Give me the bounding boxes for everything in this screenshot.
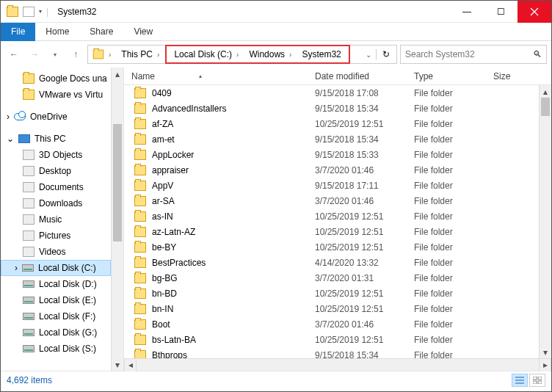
col-name[interactable]: Name	[131, 71, 155, 81]
col-date[interactable]: Date modified	[308, 71, 407, 81]
table-row[interactable]: bn-IN 10/25/2019 12:51 File folder	[124, 301, 539, 316]
tab-view[interactable]: View	[123, 23, 163, 40]
search-icon: 🔍︎	[533, 49, 542, 59]
table-row[interactable]: AdvancedInstallers 9/15/2018 15:34 File …	[124, 101, 539, 116]
svg-rect-0	[533, 377, 537, 380]
folder-icon	[134, 88, 146, 98]
table-row[interactable]: AppLocker 9/15/2018 15:33 File folder	[124, 147, 539, 162]
onedrive-icon	[14, 113, 26, 120]
col-type[interactable]: Type	[407, 71, 486, 81]
view-details-button[interactable]	[512, 374, 528, 387]
folder-icon	[134, 273, 146, 283]
folder-icon	[134, 134, 146, 145]
tree-pc-item[interactable]: Local Disk (D:)	[1, 276, 111, 292]
recent-dropdown[interactable]: ▾	[46, 46, 64, 63]
table-row[interactable]: ar-SA 3/7/2020 01:46 File folder	[124, 193, 539, 208]
table-row[interactable]: be-BY 10/25/2019 12:51 File folder	[124, 239, 539, 255]
forward-button[interactable]: →	[26, 46, 43, 63]
table-row[interactable]: bs-Latn-BA 10/25/2019 12:51 File folder	[124, 332, 539, 347]
back-button[interactable]: ←	[5, 46, 23, 63]
qat-dropdown-icon[interactable]: ▾	[39, 8, 42, 15]
nav-tree: Google Docs unaVMware vs Virtu›OneDrive⌄…	[1, 68, 124, 371]
folder-icon	[93, 50, 104, 59]
tree-pc-item[interactable]: Local Disk (E:)	[1, 292, 111, 308]
tree-pc-item[interactable]: Documents	[1, 179, 111, 195]
close-button[interactable]	[518, 1, 551, 23]
view-icons-button[interactable]	[529, 374, 545, 387]
tab-home[interactable]: Home	[35, 23, 79, 40]
table-row[interactable]: AppV 9/15/2018 17:11 File folder	[124, 178, 539, 193]
folder-icon	[134, 181, 146, 191]
table-row[interactable]: Boot 3/7/2020 01:46 File folder	[124, 316, 539, 332]
tree-pc-item[interactable]: Music	[1, 211, 111, 228]
column-headers[interactable]: Name▴ Date modified Type Size	[124, 68, 551, 85]
folder-icon	[23, 90, 34, 100]
table-row[interactable]: bn-BD 10/25/2019 12:51 File folder	[124, 286, 539, 301]
tree-scrollbar[interactable]: ▴ ▾	[111, 68, 123, 371]
folder-special-icon	[23, 231, 34, 241]
svg-rect-2	[533, 381, 537, 384]
tree-thispc[interactable]: ⌄This PC	[1, 131, 111, 147]
folder-special-icon	[23, 247, 34, 257]
minimize-button[interactable]: ―	[450, 1, 484, 23]
title-bar: ▾ | System32 ― ☐	[1, 1, 551, 23]
table-row[interactable]: af-ZA 10/25/2019 12:51 File folder	[124, 116, 539, 131]
table-row[interactable]: 0409 9/15/2018 17:08 File folder	[124, 85, 539, 101]
folder-special-icon	[23, 166, 34, 176]
sort-indicator-icon: ▴	[199, 73, 202, 79]
folder-icon	[134, 242, 146, 253]
tree-quick-item[interactable]: Google Docs una	[1, 70, 111, 87]
tree-pc-item[interactable]: ›Local Disk (C:)	[1, 260, 111, 276]
tree-pc-item[interactable]: Local Disk (G:)	[1, 324, 111, 341]
window-title: System32	[54, 7, 450, 17]
folder-icon	[134, 258, 146, 268]
tree-pc-item[interactable]: Videos	[1, 244, 111, 260]
folder-icon	[134, 227, 146, 237]
tab-share[interactable]: Share	[79, 23, 123, 40]
folder-icon	[134, 104, 146, 114]
folder-special-icon	[23, 150, 34, 160]
svg-rect-3	[538, 381, 542, 384]
search-input[interactable]: Search System32 🔍︎	[400, 45, 547, 64]
crumb-windows[interactable]: Windows	[249, 49, 285, 59]
crumb-c[interactable]: Local Disk (C:)	[174, 49, 232, 59]
crumb-thispc[interactable]: This PC	[121, 49, 153, 59]
table-row[interactable]: az-Latn-AZ 10/25/2019 12:51 File folder	[124, 224, 539, 239]
folder-icon	[134, 319, 146, 330]
table-row[interactable]: BestPractices 4/14/2020 13:32 File folde…	[124, 255, 539, 270]
tree-pc-item[interactable]: Downloads	[1, 195, 111, 211]
table-row[interactable]: bg-BG 3/7/2020 01:31 File folder	[124, 270, 539, 286]
file-menu[interactable]: File	[1, 23, 35, 41]
maximize-button[interactable]: ☐	[484, 1, 518, 23]
table-row[interactable]: appraiser 3/7/2020 01:46 File folder	[124, 162, 539, 178]
folder-icon	[134, 165, 146, 175]
tree-pc-item[interactable]: Local Disk (S:)	[1, 341, 111, 357]
folder-icon	[23, 73, 34, 84]
tree-pc-item[interactable]: Desktop	[1, 163, 111, 179]
list-scrollbar-h[interactable]: ◂ ▸	[124, 358, 551, 371]
table-row[interactable]: Bthprops 9/15/2018 15:34 File folder	[124, 347, 539, 358]
up-button[interactable]: ↑	[67, 46, 84, 63]
crumb-system32[interactable]: System32	[302, 49, 341, 59]
drive-icon	[23, 280, 34, 288]
folder-icon	[7, 7, 18, 17]
table-row[interactable]: am-et 9/15/2018 15:34 File folder	[124, 131, 539, 147]
ribbon: File Home Share View	[1, 23, 551, 41]
tree-pc-item[interactable]: Pictures	[1, 228, 111, 244]
tree-quick-item[interactable]: VMware vs Virtu	[1, 87, 111, 103]
folder-icon	[134, 288, 146, 299]
addr-dropdown-icon[interactable]: ⌄	[364, 51, 376, 59]
tree-onedrive[interactable]: ›OneDrive	[1, 109, 111, 125]
folder-icon	[134, 196, 146, 206]
col-size[interactable]: Size	[486, 71, 530, 81]
svg-rect-1	[538, 377, 542, 380]
folder-special-icon	[23, 214, 34, 225]
tree-pc-item[interactable]: 3D Objects	[1, 147, 111, 163]
table-row[interactable]: as-IN 10/25/2019 12:51 File folder	[124, 208, 539, 224]
folder-special-icon	[23, 182, 34, 192]
folder-icon	[134, 211, 146, 222]
tree-pc-item[interactable]: Local Disk (F:)	[1, 308, 111, 324]
refresh-button[interactable]: ↻	[376, 49, 395, 59]
list-scrollbar-v[interactable]: ▴ ▾	[539, 85, 551, 358]
address-bar[interactable]: › This PC› Local Disk (C:)› Windows› Sys…	[87, 45, 397, 64]
